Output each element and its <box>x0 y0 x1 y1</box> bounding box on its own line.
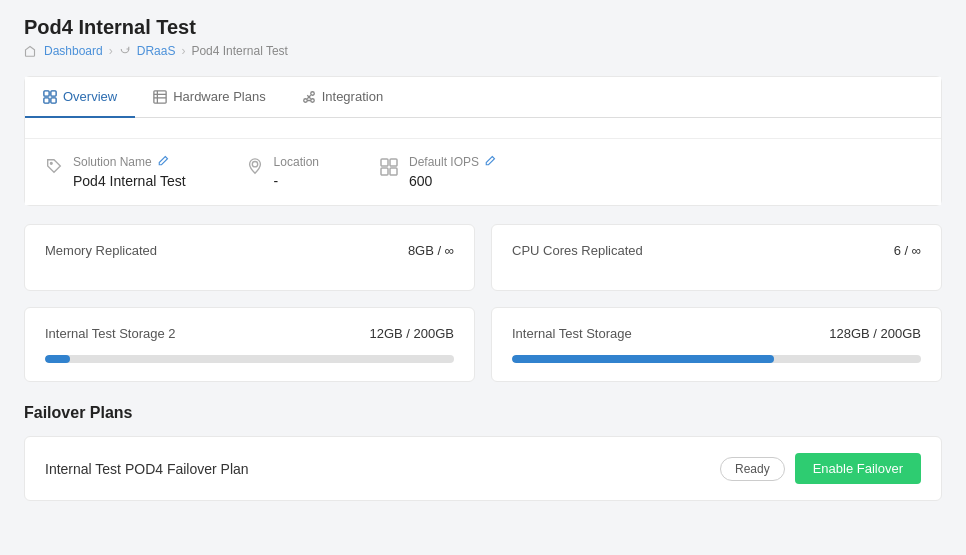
card-storage2-value: 12GB / 200GB <box>369 326 454 341</box>
tab-overview-label: Overview <box>63 89 117 104</box>
hardware-plans-icon <box>153 90 167 104</box>
tabs-container: Overview Hardware Plans Integration <box>25 77 941 118</box>
enable-failover-button[interactable]: Enable Failover <box>795 453 921 484</box>
svg-rect-0 <box>44 90 49 95</box>
card-cpu: CPU Cores Replicated 6 / ∞ <box>491 224 942 291</box>
page-wrapper: Pod4 Internal Test Dashboard › DRaaS › P… <box>0 0 966 555</box>
failover-section-title: Failover Plans <box>24 404 942 422</box>
breadcrumb: Dashboard › DRaaS › Pod4 Internal Test <box>24 43 942 58</box>
card-storage2-header: Internal Test Storage 2 12GB / 200GB <box>45 326 454 341</box>
iops-value: 600 <box>409 173 496 189</box>
svg-rect-14 <box>390 159 397 166</box>
info-iops: Default IOPS 600 <box>379 155 496 189</box>
drr-icon <box>119 43 131 58</box>
svg-rect-4 <box>154 90 166 102</box>
svg-rect-1 <box>51 90 56 95</box>
card-storage2-progress-bg <box>45 355 454 363</box>
tab-hardware-plans[interactable]: Hardware Plans <box>135 77 284 118</box>
card-storage2-label: Internal Test Storage 2 <box>45 326 176 341</box>
tab-overview[interactable]: Overview <box>25 77 135 118</box>
failover-plan-card: Internal Test POD4 Failover Plan Ready E… <box>24 436 942 501</box>
info-location: Location - <box>246 155 319 189</box>
svg-point-9 <box>303 98 307 102</box>
failover-section: Failover Plans Internal Test POD4 Failov… <box>24 404 942 501</box>
iops-icon <box>379 157 399 180</box>
info-solution-name: Solution Name Pod4 Internal Test <box>45 155 186 189</box>
svg-rect-16 <box>390 168 397 175</box>
svg-rect-13 <box>381 159 388 166</box>
svg-point-12 <box>252 162 257 167</box>
cards-grid: Memory Replicated 8GB / ∞ CPU Cores Repl… <box>24 224 942 382</box>
location-icon <box>246 157 264 178</box>
card-storage-progress-bg <box>512 355 921 363</box>
card-memory: Memory Replicated 8GB / ∞ <box>24 224 475 291</box>
card-storage2-progress-fill <box>45 355 70 363</box>
breadcrumb-dashboard[interactable]: Dashboard <box>44 44 103 58</box>
integration-icon <box>302 90 316 104</box>
card-cpu-value: 6 / ∞ <box>894 243 921 258</box>
card-storage: Internal Test Storage 128GB / 200GB <box>491 307 942 382</box>
card-cpu-header: CPU Cores Replicated 6 / ∞ <box>512 243 921 258</box>
failover-status-badge: Ready <box>720 457 785 481</box>
card-memory-header: Memory Replicated 8GB / ∞ <box>45 243 454 258</box>
iops-edit-icon[interactable] <box>484 155 496 169</box>
card-memory-value: 8GB / ∞ <box>408 243 454 258</box>
solution-name-edit-icon[interactable] <box>157 155 169 169</box>
card-cpu-label: CPU Cores Replicated <box>512 243 643 258</box>
failover-plan-name: Internal Test POD4 Failover Plan <box>45 461 249 477</box>
svg-point-10 <box>310 98 314 102</box>
card-memory-label: Memory Replicated <box>45 243 157 258</box>
card-storage-progress-fill <box>512 355 774 363</box>
tab-integration-label: Integration <box>322 89 383 104</box>
breadcrumb-current: Pod4 Internal Test <box>191 44 288 58</box>
svg-point-11 <box>50 162 52 164</box>
svg-rect-2 <box>44 97 49 102</box>
home-icon <box>24 45 36 57</box>
svg-rect-3 <box>51 97 56 102</box>
iops-label: Default IOPS <box>409 155 496 169</box>
tag-icon <box>45 157 63 178</box>
tab-hardware-plans-label: Hardware Plans <box>173 89 266 104</box>
solution-name-value: Pod4 Internal Test <box>73 173 186 189</box>
tab-integration[interactable]: Integration <box>284 77 401 118</box>
page-title: Pod4 Internal Test <box>24 16 942 39</box>
card-storage-value: 128GB / 200GB <box>829 326 921 341</box>
svg-point-8 <box>310 91 314 95</box>
location-label: Location <box>274 155 319 169</box>
info-row: Solution Name Pod4 Internal Test Locatio… <box>25 138 941 205</box>
card-storage2: Internal Test Storage 2 12GB / 200GB <box>24 307 475 382</box>
solution-name-label: Solution Name <box>73 155 186 169</box>
location-value: - <box>274 173 319 189</box>
failover-actions: Ready Enable Failover <box>720 453 921 484</box>
overview-icon <box>43 90 57 104</box>
card-storage-header: Internal Test Storage 128GB / 200GB <box>512 326 921 341</box>
breadcrumb-draas[interactable]: DRaaS <box>137 44 176 58</box>
card-storage-label: Internal Test Storage <box>512 326 632 341</box>
svg-rect-15 <box>381 168 388 175</box>
